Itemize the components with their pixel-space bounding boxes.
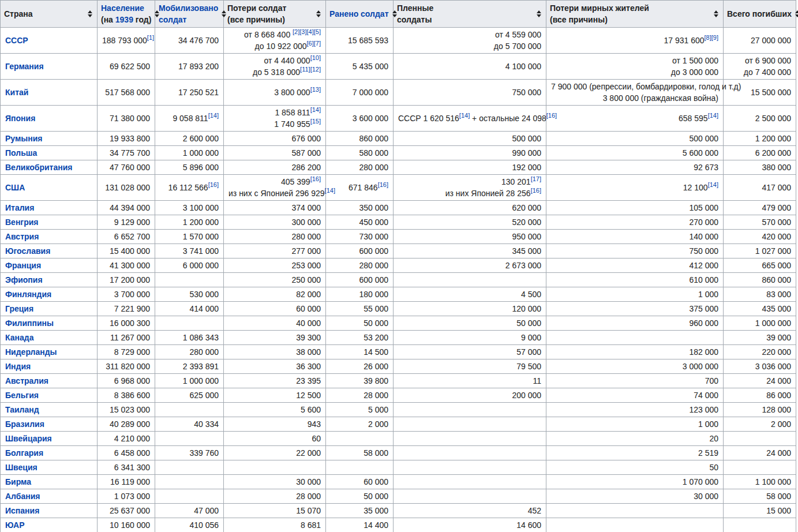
country-link[interactable]: Германия bbox=[5, 62, 44, 71]
reference-link[interactable]: [12] bbox=[310, 66, 321, 73]
header-link-wounded[interactable]: Ранено солдат bbox=[329, 9, 389, 18]
table-row: Австралия6 968 0001 000 00023 39539 8001… bbox=[1, 374, 796, 388]
country-link[interactable]: Франция bbox=[5, 261, 41, 270]
country-link[interactable]: Швейцария bbox=[5, 434, 52, 443]
country-link[interactable]: Индия bbox=[5, 362, 31, 371]
country-link[interactable]: Болгария bbox=[5, 448, 43, 458]
column-header-total[interactable]: Всего погибших bbox=[724, 1, 796, 28]
country-link[interactable]: Италия bbox=[5, 203, 34, 212]
column-header-mobilized[interactable]: Мобилизованосолдат bbox=[155, 1, 224, 28]
reference-link[interactable]: [17] bbox=[531, 175, 541, 182]
reference-link[interactable]: [14] bbox=[310, 106, 321, 113]
reference-superscript: [14] bbox=[459, 112, 470, 119]
reference-link[interactable]: [7] bbox=[314, 40, 321, 47]
header-link-population[interactable]: 1939 bbox=[115, 15, 133, 24]
sort-icon[interactable] bbox=[315, 9, 322, 18]
column-header-label-wounded: Ранено солдат bbox=[329, 8, 389, 20]
sort-icon[interactable] bbox=[794, 9, 798, 18]
losses-cell: 22 000 bbox=[224, 446, 326, 460]
reference-link[interactable]: [10] bbox=[310, 54, 321, 61]
column-header-population[interactable]: Население(на 1939 год) bbox=[98, 1, 155, 28]
country-link[interactable]: Бельгия bbox=[5, 391, 39, 400]
country-link[interactable]: Бразилия bbox=[5, 419, 44, 429]
country-link[interactable]: Бирма bbox=[5, 477, 31, 486]
losses-cell: 300 000 bbox=[224, 215, 326, 230]
reference-link[interactable]: [14] bbox=[708, 181, 718, 188]
ww2-casualties-page: СтранаНаселение(на 1939 год)Мобилизовано… bbox=[0, 0, 798, 532]
country-link[interactable]: СССР bbox=[5, 36, 28, 45]
country-link[interactable]: Япония bbox=[5, 114, 35, 123]
sort-icon[interactable] bbox=[535, 9, 542, 18]
country-link[interactable]: Австралия bbox=[5, 376, 48, 385]
country-link[interactable]: Филиппины bbox=[5, 319, 54, 328]
losses-cell: 286 200 bbox=[224, 160, 326, 175]
sort-icon[interactable] bbox=[220, 9, 227, 18]
country-link[interactable]: Великобритания bbox=[5, 163, 72, 172]
country-link[interactable]: Румыния bbox=[5, 134, 42, 143]
country-cell: Польша bbox=[1, 146, 98, 160]
country-link[interactable]: Канада bbox=[5, 333, 33, 342]
country-link[interactable]: Китай bbox=[5, 88, 28, 97]
column-header-losses[interactable]: Потери солдат(все причины) bbox=[224, 1, 326, 28]
country-link[interactable]: Албания bbox=[5, 492, 40, 501]
losses-cell: 40 000 bbox=[224, 316, 326, 331]
mobilized-cell: 3 100 000 bbox=[155, 201, 224, 215]
reference-link[interactable]: [14] bbox=[208, 112, 219, 119]
country-link[interactable]: ЮАР bbox=[5, 520, 25, 530]
reference-link[interactable]: [5] bbox=[314, 28, 321, 35]
reference-link[interactable]: [13] bbox=[310, 86, 321, 93]
country-link[interactable]: Венгрия bbox=[5, 218, 39, 227]
reference-link[interactable]: [3] bbox=[299, 28, 306, 35]
losses-cell: 405 399[16]из них с Японией 296 929[14] bbox=[224, 175, 326, 201]
country-link[interactable]: Таиланд bbox=[5, 405, 39, 414]
mobilized-cell bbox=[155, 273, 224, 287]
total-cell: 1 027 000 bbox=[724, 244, 796, 258]
reference-link[interactable]: [11] bbox=[300, 66, 310, 73]
wounded-cell bbox=[326, 432, 394, 446]
table-row: Бельгия8 386 600625 00012 50028 000200 0… bbox=[1, 388, 796, 403]
country-link[interactable]: Швеция bbox=[5, 463, 38, 472]
column-header-wounded[interactable]: Ранено солдат bbox=[326, 1, 394, 28]
reference-link[interactable]: [16] bbox=[208, 181, 219, 188]
reference-link[interactable]: [14] bbox=[708, 112, 718, 119]
country-link[interactable]: Греция bbox=[5, 304, 33, 313]
prisoners-cell bbox=[394, 403, 546, 417]
sort-icon[interactable] bbox=[87, 9, 93, 18]
country-link[interactable]: США bbox=[5, 183, 25, 192]
header-link-mobilized[interactable]: солдат bbox=[159, 15, 186, 24]
country-link[interactable]: Финляндия bbox=[5, 290, 51, 299]
country-link[interactable]: Австрия bbox=[5, 232, 39, 241]
reference-link[interactable]: [14] bbox=[325, 187, 335, 194]
table-row: Швейцария4 210 0006020 bbox=[1, 432, 796, 446]
country-link[interactable]: Эфиопия bbox=[5, 275, 43, 284]
reference-link[interactable]: [6] bbox=[307, 40, 314, 47]
reference-link[interactable]: [1] bbox=[147, 34, 154, 41]
reference-link[interactable]: [15] bbox=[310, 118, 321, 125]
reference-link[interactable]: [4] bbox=[307, 28, 314, 35]
column-header-civilians[interactable]: Потери мирных жителей(все причины) bbox=[546, 1, 724, 28]
population-cell: 44 394 000 bbox=[98, 201, 155, 215]
column-header-country[interactable]: Страна bbox=[1, 1, 98, 28]
total-cell: 1 200 000 bbox=[724, 132, 796, 146]
country-link[interactable]: Испания bbox=[5, 506, 39, 515]
reference-link[interactable]: [2] bbox=[293, 28, 299, 35]
civilians-cell: 2 519 bbox=[546, 446, 724, 460]
table-row: Финляндия3 700 000530 00082 000180 0004 … bbox=[1, 287, 796, 302]
header-link-population[interactable]: Население bbox=[101, 3, 144, 13]
reference-link[interactable]: [16] bbox=[310, 175, 321, 182]
reference-link[interactable]: [14] bbox=[459, 112, 470, 119]
header-link-mobilized[interactable]: Мобилизовано bbox=[159, 3, 218, 13]
civilians-cell: 1 070 000 bbox=[546, 475, 724, 489]
reference-link[interactable]: [8] bbox=[705, 34, 711, 41]
reference-link[interactable]: [16] bbox=[378, 181, 388, 188]
reference-link[interactable]: [9] bbox=[711, 34, 718, 41]
country-link[interactable]: Нидерланды bbox=[5, 347, 57, 357]
reference-link[interactable]: [16] bbox=[546, 112, 557, 119]
civilians-cell: 123 000 bbox=[546, 403, 724, 417]
reference-link[interactable]: [16] bbox=[531, 187, 541, 194]
country-link[interactable]: Югославия bbox=[5, 246, 50, 256]
sort-icon[interactable] bbox=[713, 9, 720, 18]
wounded-cell: 53 200 bbox=[326, 331, 394, 345]
column-header-prisoners[interactable]: Пленныесолдаты bbox=[394, 1, 546, 28]
country-link[interactable]: Польша bbox=[5, 148, 37, 158]
